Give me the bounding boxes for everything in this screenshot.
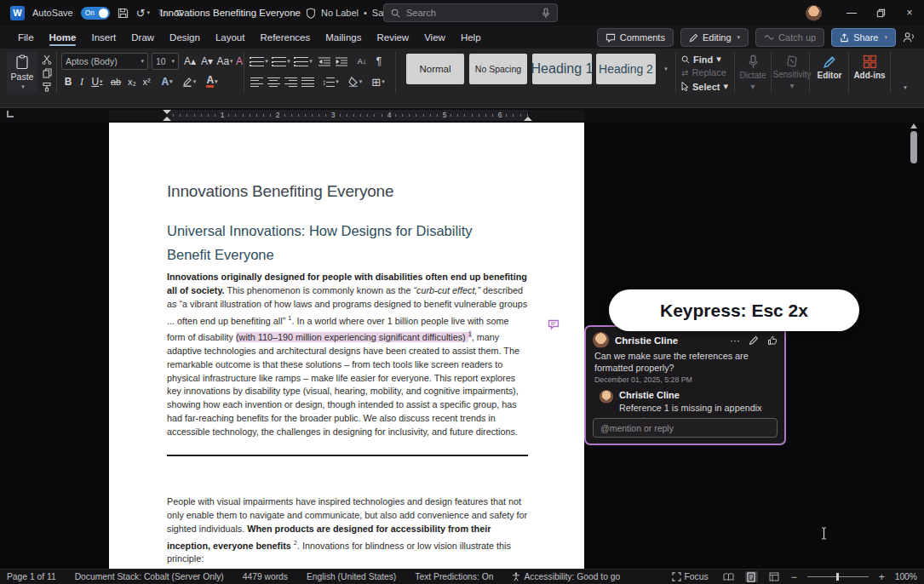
font-name-combo[interactable]: Aptos (Body)▾: [61, 53, 148, 70]
multilevel-list-button[interactable]: ▾: [293, 54, 313, 68]
subscript-button[interactable]: x₂: [125, 75, 139, 89]
align-right-button[interactable]: [283, 75, 298, 89]
margin-comment-icon[interactable]: [548, 319, 560, 330]
search-box[interactable]: [383, 3, 558, 22]
tab-file[interactable]: File: [10, 28, 42, 47]
tab-home[interactable]: Home: [42, 28, 84, 47]
catch-up-button[interactable]: Catch up: [755, 28, 824, 47]
document-stack-indicator[interactable]: Document Stack: Cobalt (Server Only): [75, 572, 224, 581]
cut-button[interactable]: [40, 54, 54, 66]
word-count[interactable]: 4479 words: [243, 572, 288, 581]
bullet-list-button[interactable]: ▾: [249, 54, 269, 68]
style-normal[interactable]: Normal: [406, 54, 464, 84]
highlight-button[interactable]: ▾: [179, 75, 199, 89]
style-heading-1[interactable]: Heading 1: [532, 54, 592, 84]
read-mode-button[interactable]: [722, 571, 735, 582]
sort-button[interactable]: A↓: [353, 54, 371, 68]
find-button[interactable]: Find▾: [681, 54, 721, 65]
decrease-indent-button[interactable]: [317, 54, 332, 68]
tab-insert[interactable]: Insert: [83, 28, 123, 47]
comment-reply-input[interactable]: [593, 418, 778, 438]
tab-review[interactable]: Review: [369, 28, 416, 47]
styles-more-button[interactable]: ▾: [659, 54, 671, 84]
bold-button[interactable]: B: [62, 75, 74, 89]
close-button[interactable]: ×: [895, 0, 924, 26]
comment-card[interactable]: Christie Cline ··· Can we make sure the …: [584, 325, 786, 445]
share-button[interactable]: Share ▾: [831, 28, 896, 47]
select-button[interactable]: Select▾: [681, 81, 728, 92]
comment-edit-icon[interactable]: [749, 335, 759, 346]
tab-selector-icon[interactable]: [7, 111, 14, 117]
tab-references[interactable]: References: [252, 28, 318, 47]
paste-button[interactable]: Paste ▾: [7, 52, 37, 93]
superscript-button[interactable]: x²: [140, 75, 153, 89]
undo-button[interactable]: ↺▾: [136, 8, 150, 19]
text-effects-button[interactable]: A▾: [158, 75, 176, 89]
page-indicator[interactable]: Page 1 of 11: [7, 572, 56, 581]
save-button[interactable]: [118, 8, 129, 19]
numbered-list-button[interactable]: ▾: [271, 54, 291, 68]
web-layout-button[interactable]: [768, 571, 781, 582]
document-page[interactable]: Innovations Benefiting Everyone Universa…: [109, 123, 584, 569]
font-color-button[interactable]: A▾: [202, 75, 222, 89]
restore-button[interactable]: [866, 0, 895, 26]
document-title[interactable]: Innovations Benefiting Everyone: [160, 8, 301, 18]
tab-help[interactable]: Help: [453, 28, 489, 47]
para1-comment-highlight[interactable]: (with 110–190 million experiencing signi…: [236, 332, 468, 342]
doc-heading-text[interactable]: Universal Innovations: How Designs for D…: [167, 220, 509, 266]
shrink-font-button[interactable]: A▾: [198, 54, 215, 68]
editor-button[interactable]: Editor: [810, 52, 849, 93]
print-layout-button[interactable]: [745, 571, 758, 582]
text-predictions-indicator[interactable]: Text Predictions: On: [415, 572, 493, 581]
style-no-spacing[interactable]: No Spacing: [469, 54, 527, 84]
scrollbar-up-arrow[interactable]: [910, 123, 917, 129]
minimize-button[interactable]: —: [837, 0, 866, 26]
sensitivity-label-badge[interactable]: No Label: [321, 8, 359, 18]
grow-font-button[interactable]: A▴: [181, 54, 198, 68]
collapse-ribbon-button[interactable]: ▾: [896, 81, 913, 94]
person-alert-icon[interactable]: [903, 31, 915, 43]
line-spacing-button[interactable]: ↕▾: [319, 75, 341, 89]
hanging-indent-marker[interactable]: [163, 117, 171, 121]
format-painter-button[interactable]: [40, 81, 54, 93]
doc-title-text[interactable]: Innovations Benefiting Everyone: [167, 182, 393, 201]
justify-button[interactable]: [300, 75, 315, 89]
borders-button[interactable]: ⊞▾: [368, 75, 388, 89]
zoom-slider-thumb[interactable]: [836, 573, 839, 581]
tab-mailings[interactable]: Mailings: [318, 28, 369, 47]
tab-design[interactable]: Design: [162, 28, 208, 47]
align-center-button[interactable]: [266, 75, 281, 89]
zoom-in-button[interactable]: +: [879, 571, 885, 583]
tab-layout[interactable]: Layout: [208, 28, 253, 47]
zoom-level[interactable]: 100%: [895, 572, 917, 581]
first-line-indent-marker[interactable]: [163, 110, 171, 114]
align-left-button[interactable]: [249, 75, 264, 89]
italic-button[interactable]: I: [77, 75, 87, 89]
editing-mode-button[interactable]: Editing ▾: [680, 28, 749, 47]
zoom-slider[interactable]: [807, 576, 869, 577]
comments-button[interactable]: Comments: [597, 28, 674, 47]
strikethrough-button[interactable]: ab: [108, 75, 123, 89]
autosave-toggle[interactable]: On: [81, 7, 110, 20]
right-indent-marker[interactable]: [524, 117, 532, 121]
change-case-button[interactable]: Aa▾: [216, 54, 233, 68]
replace-button[interactable]: ⇄ Replace: [681, 67, 726, 77]
underline-button[interactable]: U▾: [89, 75, 106, 89]
comment-like-icon[interactable]: [767, 335, 778, 346]
search-input[interactable]: [406, 8, 536, 18]
zoom-out-button[interactable]: −: [791, 571, 797, 583]
sensitivity-button[interactable]: Sensitivity ▾: [772, 52, 812, 93]
dictate-button[interactable]: Dictate ▾: [735, 52, 771, 93]
show-formatting-button[interactable]: ¶: [372, 54, 386, 68]
scrollbar-thumb[interactable]: [910, 131, 917, 163]
doc-paragraph-1[interactable]: Innovations originally designed for peop…: [167, 271, 528, 439]
font-size-combo[interactable]: 10▾: [152, 53, 179, 70]
user-avatar[interactable]: [806, 5, 822, 21]
language-indicator[interactable]: English (United States): [307, 572, 396, 581]
accessibility-indicator[interactable]: Accessibility: Good to go: [512, 572, 620, 581]
mic-icon[interactable]: [542, 8, 550, 19]
addins-button[interactable]: Add-ins: [849, 52, 890, 93]
horizontal-ruler[interactable]: 1 2 3 4 5 6: [109, 110, 584, 121]
tab-view[interactable]: View: [416, 28, 453, 47]
style-heading-2[interactable]: Heading 2: [596, 54, 656, 84]
